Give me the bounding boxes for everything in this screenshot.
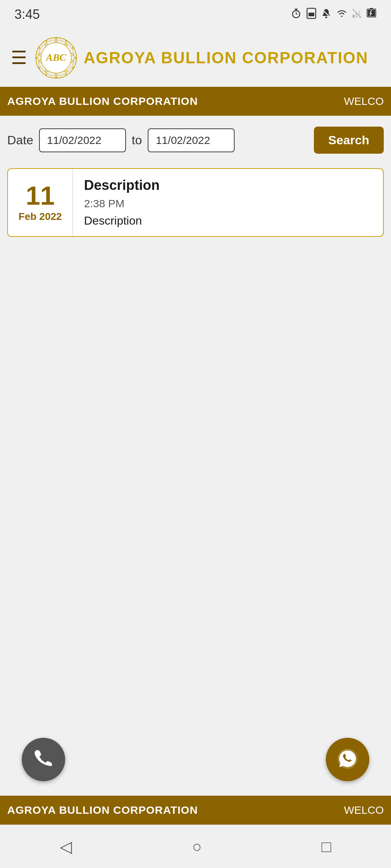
date-label: Date <box>7 133 33 147</box>
status-icons <box>290 8 377 22</box>
logo-container: ABC AGROYA BULLION CORPORATION <box>34 36 368 80</box>
svg-point-7 <box>325 16 327 18</box>
sim-icon <box>306 8 316 22</box>
svg-point-26 <box>65 74 67 75</box>
phone-icon <box>33 747 54 772</box>
nav-bar: ◁ ○ □ <box>0 825 391 868</box>
event-day: 11 <box>26 183 55 209</box>
svg-point-31 <box>39 47 40 49</box>
bottom-banner-company-name: AGROYA BULLION CORPORATION <box>7 804 198 816</box>
mute-icon <box>321 8 332 21</box>
svg-point-22 <box>65 41 67 42</box>
battery-icon <box>366 8 377 22</box>
fab-area <box>0 738 391 781</box>
to-date-input[interactable] <box>148 128 235 152</box>
svg-text:ABC: ABC <box>45 52 66 63</box>
event-details-section: Description 2:38 PM Description <box>73 169 383 236</box>
svg-point-27 <box>55 77 57 78</box>
to-label: to <box>132 133 142 147</box>
event-month-year: Feb 2022 <box>18 211 62 222</box>
event-description: Description <box>84 214 372 227</box>
svg-point-24 <box>75 57 77 59</box>
banner-company-name: AGROYA BULLION CORPORATION <box>7 95 198 107</box>
timer-icon <box>290 8 302 22</box>
svg-point-21 <box>55 38 57 39</box>
svg-rect-9 <box>353 15 354 18</box>
search-button[interactable]: Search <box>314 127 384 154</box>
home-button[interactable]: ○ <box>192 838 202 856</box>
company-logo: ABC <box>34 36 78 80</box>
company-name: AGROYA BULLION CORPORATION <box>84 49 368 67</box>
status-time: 3:45 <box>14 7 40 22</box>
top-banner: AGROYA BULLION CORPORATION WELCO <box>0 87 391 116</box>
banner-welcome: WELCO <box>344 95 384 107</box>
bottom-banner-welcome: WELCO <box>344 804 384 816</box>
content-area: 11 Feb 2022 Description 2:38 PM Descript… <box>0 165 391 241</box>
svg-point-30 <box>36 57 38 59</box>
svg-rect-15 <box>370 8 373 9</box>
event-time: 2:38 PM <box>84 197 372 210</box>
whatsapp-fab-button[interactable] <box>326 738 369 781</box>
recents-button[interactable]: □ <box>321 838 331 856</box>
svg-point-23 <box>72 47 73 49</box>
event-date-section: 11 Feb 2022 <box>8 169 73 236</box>
menu-icon[interactable]: ☰ <box>11 49 27 67</box>
phone-fab-button[interactable] <box>22 738 65 781</box>
from-date-input[interactable] <box>39 128 126 152</box>
wifi-icon <box>336 8 348 21</box>
header: ☰ <box>0 29 391 87</box>
svg-point-32 <box>46 41 47 42</box>
svg-rect-6 <box>308 13 314 16</box>
filter-row: Date to Search <box>0 116 391 165</box>
whatsapp-icon <box>336 748 359 771</box>
svg-point-29 <box>39 67 40 68</box>
back-button[interactable]: ◁ <box>60 837 72 856</box>
svg-point-25 <box>72 67 73 68</box>
signal-icon <box>352 8 362 21</box>
bottom-banner: AGROYA BULLION CORPORATION WELCO <box>0 796 391 825</box>
status-bar: 3:45 <box>0 0 391 29</box>
event-card: 11 Feb 2022 Description 2:38 PM Descript… <box>7 168 384 237</box>
event-title: Description <box>84 178 372 193</box>
svg-point-28 <box>46 74 47 75</box>
